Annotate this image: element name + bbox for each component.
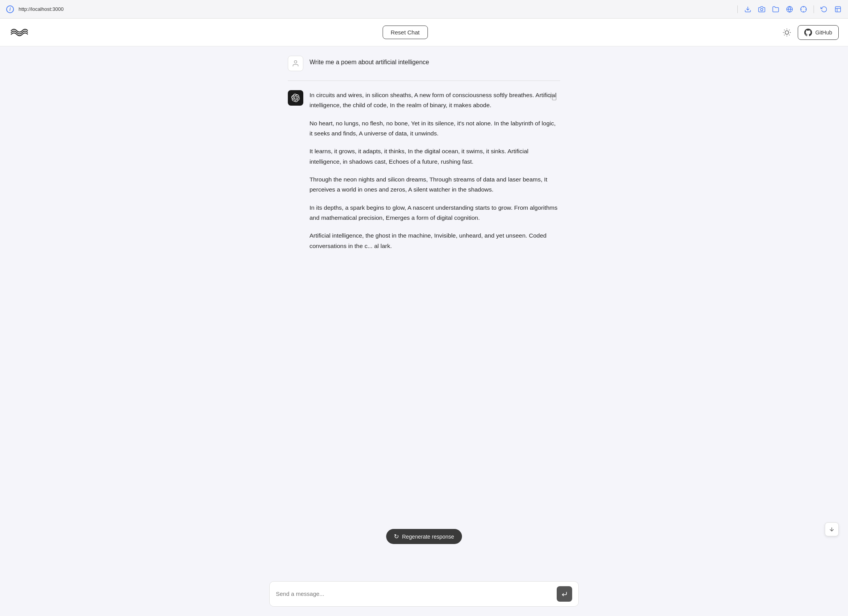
logo [9,26,28,39]
chat-inner: Write me a poem about artificial intelli… [269,56,579,251]
svg-point-12 [785,31,789,34]
globe-icon[interactable] [786,5,793,13]
poem-stanza-1: In circuits and wires, in silicon sheath… [309,90,560,111]
svg-line-16 [789,34,790,35]
theme-toggle-button[interactable] [782,28,792,37]
github-icon [804,29,812,36]
folder-icon[interactable] [772,5,780,13]
chat-divider [288,80,560,81]
info-icon: i [6,5,14,13]
input-container [269,581,579,607]
svg-point-21 [294,61,297,63]
browser-actions [737,5,842,13]
layout-icon[interactable] [834,5,842,13]
regenerate-popup[interactable]: ↻ Regenerate response [386,529,462,544]
reset-chat-button[interactable]: Reset Chat [383,26,428,39]
svg-rect-9 [835,7,841,12]
poem-stanza-4: Through the neon nights and silicon drea… [309,175,560,195]
github-button[interactable]: GitHub [798,25,839,40]
header-right: GitHub [782,25,839,40]
poem-stanza-6: Artificial intelligence, the ghost in th… [309,231,560,251]
regenerate-label: Regenerate response [402,534,454,540]
refresh-icon[interactable] [820,5,828,13]
divider2 [814,5,814,13]
poem-stanza-2: No heart, no lungs, no flesh, no bone, Y… [309,118,560,139]
browser-chrome: i http://localhost:3000 [0,0,848,19]
camera-icon[interactable] [758,5,766,13]
github-label: GitHub [815,29,832,36]
scroll-to-bottom-button[interactable] [825,522,839,536]
ai-response-content: In circuits and wires, in silicon sheath… [309,90,560,251]
svg-line-15 [784,29,785,30]
user-avatar [288,56,303,71]
url-bar[interactable]: http://localhost:3000 [19,6,733,12]
user-message: Write me a poem about artificial intelli… [288,56,560,71]
input-area [0,575,848,616]
regenerate-icon: ↻ [394,533,399,540]
message-input[interactable] [276,589,552,599]
app-container: Reset Chat GitHub [0,19,848,616]
divider [737,5,738,13]
poem-stanza-3: It learns, it grows, it adapts, it think… [309,146,560,167]
download-icon[interactable] [744,5,752,13]
crosshair-icon[interactable] [800,5,807,13]
svg-point-1 [761,8,763,10]
svg-rect-22 [552,96,556,100]
user-message-text: Write me a poem about artificial intelli… [309,56,429,66]
send-button[interactable] [557,586,572,602]
app-header: Reset Chat GitHub [0,19,848,46]
ai-response-text: In circuits and wires, in silicon sheath… [309,90,560,251]
svg-line-19 [784,34,785,35]
svg-line-20 [789,29,790,30]
copy-button[interactable] [546,90,560,104]
ai-message: In circuits and wires, in silicon sheath… [288,90,560,251]
poem-stanza-5: In its depths, a spark begins to glow, A… [309,203,560,223]
chat-area[interactable]: Write me a poem about artificial intelli… [0,46,848,575]
ai-avatar [288,90,303,106]
